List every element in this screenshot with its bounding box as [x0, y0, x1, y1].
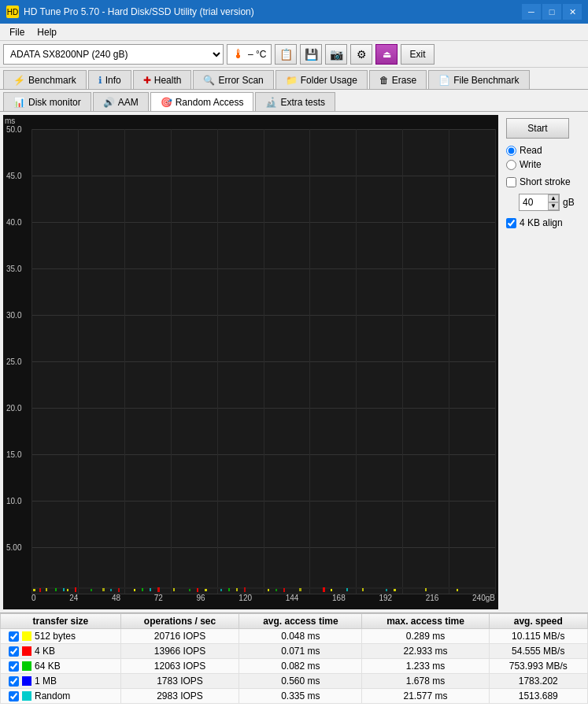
exit-button[interactable]: Exit [401, 44, 434, 65]
window-controls[interactable]: ─ □ ✕ [522, 4, 582, 20]
read-radio-label[interactable]: Read [506, 145, 583, 156]
cell-max-access-4kb: 22.933 ms [362, 644, 489, 659]
y-label-10: 10.0 [6, 497, 21, 505]
x-label-24: 24 [69, 594, 78, 608]
y-label-45: 45.0 [6, 172, 21, 180]
svg-rect-12 [362, 588, 364, 591]
kb-align-text: 4 KB align [520, 217, 563, 228]
spin-down-button[interactable]: ▼ [548, 202, 559, 210]
svg-rect-32 [150, 588, 151, 591]
v-line-10 [495, 129, 496, 594]
chart-ms-label: ms [5, 117, 15, 125]
erase-icon: 🗑 [379, 75, 389, 86]
short-stroke-value-row: ▲ ▼ gB [519, 194, 583, 211]
tab-random-access[interactable]: 🎯 Random Access [150, 92, 254, 111]
svg-rect-18 [118, 588, 120, 592]
row-checkbox-1mb[interactable] [9, 676, 19, 687]
bottom-table: transfer size operations / sec avg. acce… [0, 613, 588, 707]
cell-max-access-1mb: 1.678 ms [362, 674, 489, 689]
extra-tests-icon: 🔬 [265, 97, 277, 108]
tab-health[interactable]: ✚ Health [133, 70, 192, 89]
write-radio[interactable] [506, 160, 516, 170]
camera-button[interactable]: 📷 [325, 44, 347, 65]
y-label-40: 40.0 [6, 218, 21, 227]
tab-error-scan[interactable]: 🔍 Error Scan [193, 70, 273, 89]
settings-button[interactable]: ⚙ [350, 44, 372, 65]
svg-rect-27 [189, 589, 190, 591]
x-label-192: 192 [379, 594, 392, 608]
copy-button[interactable]: 📋 [275, 44, 297, 65]
drive-select[interactable]: ADATA SX8200NP (240 gB) [3, 44, 224, 65]
folder-icon: 📁 [286, 75, 298, 86]
save-button[interactable]: 💾 [300, 44, 322, 65]
aam-icon: 🔊 [103, 97, 115, 108]
y-label-5: 5.00 [6, 543, 21, 552]
x-label-0: 0 [31, 594, 36, 608]
v-line-4 [217, 129, 218, 594]
spin-buttons: ▲ ▼ [548, 194, 559, 210]
v-line-2 [124, 129, 125, 594]
row-checkbox-random[interactable] [9, 691, 19, 701]
table-row: 1 MB 1783 IOPS 0.560 ms 1.678 ms 1783.20… [1, 674, 588, 689]
x-label-168: 168 [332, 594, 346, 608]
short-stroke-input[interactable] [520, 194, 548, 210]
x-label-216: 216 [426, 594, 439, 608]
menu-file[interactable]: File [3, 25, 31, 39]
cell-max-access-512: 0.289 ms [362, 629, 489, 644]
benchmark-icon: ⚡ [13, 75, 25, 86]
kb-align-label[interactable]: 4 KB align [506, 217, 583, 228]
svg-rect-7 [205, 589, 207, 591]
tab-folder-usage[interactable]: 📁 Folder Usage [276, 70, 368, 89]
data-blips [31, 584, 495, 594]
svg-rect-9 [268, 589, 269, 591]
app-icon: HD [6, 6, 19, 18]
title-bar: HD HD Tune Pro 5.70 - Hard Disk/SSD Util… [0, 0, 588, 24]
svg-rect-13 [394, 589, 396, 591]
start-button[interactable]: Start [506, 118, 569, 139]
svg-rect-1 [33, 589, 35, 591]
short-stroke-checkbox[interactable] [506, 177, 516, 187]
tab-benchmark[interactable]: ⚡ Benchmark [3, 70, 87, 89]
cell-label-1mb: 1 MB [1, 674, 121, 689]
minimize-button[interactable]: ─ [522, 4, 541, 20]
info-icon: ℹ [98, 75, 102, 86]
menu-help[interactable]: Help [31, 25, 63, 39]
maximize-button[interactable]: □ [542, 4, 561, 20]
x-label-240gB: 240gB [472, 594, 495, 608]
svg-rect-24 [55, 588, 57, 591]
read-radio[interactable] [506, 146, 516, 156]
svg-rect-20 [197, 588, 198, 592]
table-header-row: transfer size operations / sec avg. acce… [1, 614, 588, 629]
cell-max-access-random: 21.577 ms [362, 689, 489, 704]
cell-avg-speed-1mb: 1783.202 [489, 674, 587, 689]
tab-info[interactable]: ℹ Info [88, 70, 131, 89]
svg-rect-16 [39, 588, 41, 592]
kb-align-checkbox[interactable] [506, 218, 516, 228]
col-header-avg-access: avg. access time [239, 614, 362, 629]
row-checkbox-64kb[interactable] [9, 661, 19, 672]
close-button[interactable]: ✕ [563, 4, 582, 20]
cell-label-512: 512 bytes [1, 629, 121, 644]
tab-bar-row2: 📊 Disk monitor 🔊 AAM 🎯 Random Access 🔬 E… [0, 90, 588, 112]
tab-aam[interactable]: 🔊 AAM [93, 92, 149, 111]
color-box-4kb [22, 646, 31, 656]
radio-group: Read Write [506, 145, 583, 170]
svg-rect-26 [142, 588, 143, 591]
write-radio-label[interactable]: Write [506, 159, 583, 170]
tab-file-benchmark[interactable]: 📄 File Benchmark [428, 70, 529, 89]
spin-up-button[interactable]: ▲ [548, 194, 559, 202]
menu-bar: File Help [0, 24, 588, 41]
tab-disk-monitor[interactable]: 📊 Disk monitor [3, 92, 91, 111]
disk-monitor-icon: 📊 [13, 97, 25, 108]
svg-rect-17 [75, 587, 76, 592]
tab-extra-tests[interactable]: 🔬 Extra tests [255, 92, 335, 111]
write-label: Write [520, 159, 542, 170]
row-checkbox-4kb[interactable] [9, 646, 19, 657]
tab-erase[interactable]: 🗑 Erase [369, 70, 427, 89]
temperature-display: 🌡 – °C [227, 44, 272, 65]
eject-button[interactable]: ⏏ [375, 44, 398, 65]
row-checkbox-512[interactable] [9, 631, 19, 642]
cell-avg-speed-random: 1513.689 [489, 689, 587, 704]
cell-avg-speed-512: 10.115 MB/s [489, 629, 587, 644]
health-icon: ✚ [143, 75, 151, 86]
